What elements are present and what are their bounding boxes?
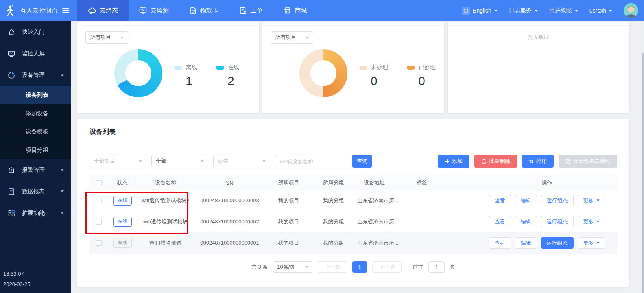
status-badge: 离线 bbox=[113, 238, 132, 248]
chevron-down-icon bbox=[61, 169, 64, 171]
device-management-submenu: 设备列表 添加设备 设备模板 项目分组 bbox=[0, 86, 71, 159]
clock-time: 18:33:07 bbox=[3, 269, 31, 279]
sidebar-item-label: 数据报表 bbox=[22, 188, 45, 195]
device-pie-icon bbox=[8, 72, 15, 79]
more-button[interactable]: 更多 bbox=[578, 216, 605, 227]
sidebar-item-quick-start[interactable]: 快速入门 bbox=[0, 21, 71, 43]
more-button[interactable]: 更多 bbox=[578, 195, 605, 206]
edit-button[interactable]: 编辑 bbox=[515, 195, 537, 206]
select-value: 全部 bbox=[156, 157, 166, 165]
topbar-right: English 日志服务 用户权限 usrsxh bbox=[462, 3, 644, 18]
view-button[interactable]: 查看 bbox=[489, 216, 511, 227]
language-switcher[interactable]: English bbox=[462, 7, 498, 15]
chevron-down-icon bbox=[262, 160, 266, 162]
table-header: 状态 设备名称 SN 所属项目 所属分组 设备地址 标签 操作 bbox=[90, 175, 617, 190]
sidebar-subitem-add-device[interactable]: 添加设备 bbox=[0, 104, 71, 122]
scrollbar-track[interactable] bbox=[638, 21, 644, 293]
device-group: 我的分组 bbox=[312, 197, 355, 204]
next-page-button[interactable]: 下一页 bbox=[372, 261, 402, 273]
nav-tab-work-order[interactable]: 工单 bbox=[229, 0, 273, 21]
nav-tab-label: 物联卡 bbox=[200, 7, 218, 15]
legend-label: 离线 bbox=[186, 64, 197, 71]
sidebar-subitem-device-template[interactable]: 设备模板 bbox=[0, 122, 71, 141]
row-checkbox[interactable] bbox=[96, 198, 102, 203]
run-config-button[interactable]: 运行组态 bbox=[541, 195, 574, 206]
page-number-button[interactable]: 1 bbox=[352, 261, 367, 273]
offline-count: 1 bbox=[174, 74, 197, 88]
menu-collapse-icon[interactable] bbox=[62, 8, 69, 13]
sidebar-subitem-device-list[interactable]: 设备列表 bbox=[0, 86, 71, 104]
alarm-status-legend: 未处理 0 已处理 0 bbox=[359, 64, 436, 88]
sidebar-item-alarm-management[interactable]: 报警管理 bbox=[0, 159, 71, 181]
run-config-button[interactable]: 运行组态 bbox=[541, 237, 574, 249]
device-sn: 00024871000000000002 bbox=[194, 219, 265, 225]
chevron-down-icon bbox=[61, 212, 64, 214]
more-button[interactable]: 更多 bbox=[578, 237, 605, 249]
filter-status-select[interactable]: 全部 bbox=[151, 155, 208, 167]
nav-tab-mall[interactable]: 商城 bbox=[273, 0, 318, 21]
scrollbar-thumb[interactable] bbox=[642, 53, 644, 293]
alarm-status-project-select[interactable]: 所有项目 bbox=[271, 31, 313, 44]
device-address: 山东省济南市历... bbox=[355, 239, 416, 247]
add-device-button[interactable]: 添加 bbox=[438, 155, 469, 168]
goto-page-input[interactable] bbox=[428, 261, 445, 273]
nav-tab-label: 云监测 bbox=[151, 7, 169, 15]
nav-tab-label: 商城 bbox=[295, 7, 307, 15]
menu-user-permissions[interactable]: 用户权限 bbox=[549, 7, 578, 14]
button-label: 更多 bbox=[583, 197, 594, 204]
chevron-down-icon bbox=[596, 242, 599, 244]
device-status-legend: 离线 1 在线 2 bbox=[174, 64, 239, 88]
report-doc-icon bbox=[8, 188, 15, 195]
card-divider bbox=[448, 25, 629, 26]
view-button[interactable]: 查看 bbox=[489, 237, 511, 249]
edit-button[interactable]: 编辑 bbox=[515, 237, 537, 249]
prev-page-button[interactable]: 上一页 bbox=[318, 261, 347, 273]
sidebar-subitem-project-group[interactable]: 项目分组 bbox=[0, 141, 71, 159]
menu-log-service[interactable]: 日志服务 bbox=[509, 7, 538, 14]
sidebar-item-monitor-screen[interactable]: 监控大屏 bbox=[0, 43, 71, 64]
query-button[interactable]: 查询 bbox=[352, 155, 372, 168]
topbar: 有人云控制台 云组态 云监测 物联卡 bbox=[0, 0, 644, 21]
sidebar-item-device-management[interactable]: 设备管理 bbox=[0, 64, 71, 86]
brand-title: 有人云控制台 bbox=[20, 7, 58, 15]
nav-tab-label: 云组态 bbox=[100, 7, 118, 15]
avatar[interactable] bbox=[624, 3, 638, 18]
select-value: 所有项目 bbox=[275, 34, 296, 41]
sidebar-item-extensions[interactable]: 扩展功能 bbox=[0, 202, 71, 224]
view-button[interactable]: 查看 bbox=[489, 195, 511, 206]
nav-tab-iot-card[interactable]: 物联卡 bbox=[179, 0, 229, 21]
unprocessed-count: 0 bbox=[359, 74, 388, 88]
extensions-grid-icon bbox=[8, 210, 15, 217]
clock-date: 2020-03-25 bbox=[3, 279, 31, 290]
button-label: 更多 bbox=[583, 239, 594, 247]
chevron-down-icon bbox=[139, 160, 142, 162]
sidebar-item-label: 扩展功能 bbox=[22, 210, 45, 217]
device-status-card: 所有项目 离线 1 在线 bbox=[77, 22, 259, 113]
legend-item-online: 在线 2 bbox=[216, 64, 239, 88]
select-all-checkbox[interactable] bbox=[96, 180, 102, 186]
device-status-project-select[interactable]: 所有项目 bbox=[85, 31, 128, 44]
col-name: 设备名称 bbox=[137, 179, 194, 186]
user-menu[interactable]: usrsxh bbox=[589, 7, 612, 14]
export-qr-button[interactable]: 导出设备二维码 bbox=[559, 155, 617, 168]
log-service-label: 日志服务 bbox=[509, 7, 532, 14]
sidebar-item-data-report[interactable]: 数据报表 bbox=[0, 181, 71, 202]
filter-project-select[interactable]: 全部项目 bbox=[90, 155, 146, 167]
filter-tag-select[interactable]: 标签 bbox=[213, 155, 270, 167]
sidebar-item-label: 报警管理 bbox=[22, 166, 45, 174]
edit-button[interactable]: 编辑 bbox=[515, 216, 537, 227]
chevron-down-icon bbox=[596, 199, 599, 201]
run-config-button[interactable]: 运行组态 bbox=[541, 216, 574, 227]
row-checkbox[interactable] bbox=[96, 219, 102, 225]
qr-code-icon bbox=[565, 159, 571, 164]
batch-delete-button[interactable]: 批量删除 bbox=[474, 155, 517, 168]
nav-tab-cloud-monitor[interactable]: 云监测 bbox=[129, 0, 179, 21]
unprocessed-swatch bbox=[359, 66, 367, 70]
sort-button[interactable]: 排序 bbox=[522, 155, 554, 168]
search-input[interactable] bbox=[275, 155, 347, 167]
nav-tab-cloud-scada[interactable]: 云组态 bbox=[77, 0, 129, 21]
table-body: 在线 wifi透传组测试模块2 00024871000000000003 我的项… bbox=[90, 190, 617, 254]
page-size-select[interactable]: 10条/页 bbox=[273, 261, 312, 273]
row-checkbox[interactable] bbox=[96, 240, 102, 246]
processed-swatch bbox=[407, 66, 415, 70]
